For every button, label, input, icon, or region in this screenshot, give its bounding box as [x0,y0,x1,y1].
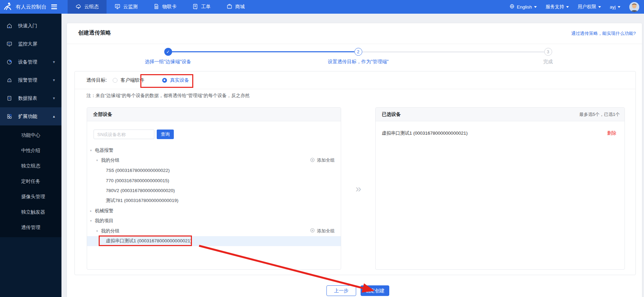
tree-expanded-icon[interactable]: ▾ [90,219,95,222]
hamburger-menu-icon[interactable] [51,4,57,9]
chevron-down-icon [618,6,620,8]
alarm-bell-icon [6,77,12,83]
selected-devices-panel: 已选设备 最多选5个，已选1个 虚拟串口测试1 (000316780000000… [375,107,625,270]
report-doc-icon [6,95,12,101]
permissions-label: 用户权限 [578,4,596,10]
note-text: 注：来自"边缘端"的每个设备的数据，都将透传给"管理端"的每个设备，反之亦然 [86,93,250,99]
search-button[interactable]: 查询 [157,130,174,139]
sidebar-subitem-6[interactable]: 独立触发器 [0,204,61,220]
tree-device-row[interactable]: 780V2 (00031678000000000020) [87,186,341,196]
add-whole-group-link[interactable]: 添加全组 [310,157,335,163]
tree-node-label: 7S5 (00031678000000000022) [106,168,170,173]
sidebar-subitem-4[interactable]: 定时任务 [0,174,61,189]
brand: 有人云控制台 [0,0,61,14]
tree-device-row[interactable]: 770 (00031678000000000015) [87,176,341,186]
plus-circle-icon [310,158,315,163]
selected-device-row: 虚拟串口测试1 (00031678000000000021)删除 [376,128,625,138]
search-input[interactable] [94,130,154,139]
nav-tabs: 云组态云监测物联卡工单商城 [68,0,253,14]
chevron-down-icon: ▼ [52,78,56,82]
main-card: 创建透传策略 通过透传策略，能实现什么功能? ✓选择一组"边缘端"设备2设置透传… [67,23,642,297]
nav-tab-5[interactable]: 商城 [219,0,253,14]
permissions-dropdown[interactable]: 用户权限 [578,4,601,10]
sidebar-subitem-3[interactable]: 独立组态 [0,158,61,174]
sidebar-item-6[interactable]: 扩展功能▲ [0,107,61,125]
step-label-2: 设置透传目标，作为"管理端" [328,59,389,65]
radio-real-device-label: 真实设备 [170,77,189,83]
tree-node-label: 我的分组 [101,228,120,234]
user-dropdown[interactable]: ayj [610,4,620,10]
tree-device-row[interactable]: 7S5 (00031678000000000022) [87,165,341,176]
nav-tab-label: 工单 [201,4,211,10]
previous-step-button[interactable]: 上一步 [326,285,356,296]
nav-tab-4[interactable]: 工单 [184,0,219,14]
tree-collapsed-icon[interactable]: ▸ [90,209,95,213]
tree-node-label: 770 (00031678000000000015) [106,178,169,183]
sidebar-subitem-7[interactable]: 透传管理 [0,220,61,235]
tree-node-label: 虚拟串口测试1 (00031678000000000021) [106,238,192,244]
globe-icon [509,4,515,10]
tree-group-row[interactable]: ▾我的分组添加全组 [87,226,341,236]
avatar[interactable] [629,2,639,12]
confirm-create-button[interactable]: 确定创建 [361,285,389,296]
sidebar-item-4[interactable]: 报警管理▼ [0,71,61,89]
all-devices-panel: 全部设备 查询 ▾电器报警▾我的分组添加全组7S5 (0003167800000… [87,107,341,270]
sidebar-item-label: 设备管理 [18,59,37,65]
tree-expanded-icon[interactable]: ▾ [90,149,95,152]
tree-group-row[interactable]: ▸机械报警 [87,206,341,216]
transfer-target-row: 透传目标: 客户端软件 真实设备 [75,71,635,89]
delete-link[interactable]: 删除 [607,130,616,136]
sidebar-item-5[interactable]: 数据报表▼ [0,89,61,107]
transfer-right-icon: » [351,183,366,194]
home-icon [6,23,12,29]
nav-tab-1[interactable]: 云组态 [68,0,107,14]
radio-client-software[interactable]: 客户端软件 [113,77,144,83]
add-whole-group-label: 添加全组 [317,157,335,163]
tree-node-label: 780V2 (00031678000000000020) [106,188,175,193]
step-line-done [172,51,354,52]
language-dropdown[interactable]: English [509,4,536,10]
chevron-up-icon: ▲ [52,114,56,118]
radio-client-software-label: 客户端软件 [121,77,144,83]
divider [67,44,642,44]
usr-person-logo-icon [3,2,12,12]
all-devices-header: 全部设备 [87,108,341,121]
tree-expanded-icon[interactable]: ▾ [96,159,101,162]
tree-device-row[interactable]: 虚拟串口测试1 (00031678000000000021) [87,236,341,246]
transfer-target-label: 透传目标: [86,77,107,83]
sidebar-subitem-1[interactable]: 功能中心 [0,127,61,143]
help-link[interactable]: 通过透传策略，能实现什么功能? [571,30,636,37]
nav-right: English 服务支持 用户权限 ayj [509,0,644,14]
selected-devices-header: 已选设备 最多选5个，已选1个 [376,108,625,121]
username-label: ayj [610,4,616,10]
sidebar-item-1[interactable]: 快速入门 [0,17,61,35]
sidebar-item-label: 监控大屏 [18,41,37,47]
tree-node-label: 机械报警 [95,208,113,214]
tree-group-row[interactable]: ▾我的分组添加全组 [87,156,341,166]
sidebar-subitem-5[interactable]: 摄像头管理 [0,189,61,204]
sidebar: 快速入门监控大屏设备管理▼报警管理▼数据报表▼扩展功能▲功能中心中性介绍独立组态… [0,14,61,297]
radio-real-device[interactable]: 真实设备 [162,77,189,83]
tree-expanded-icon[interactable]: ▾ [96,229,101,233]
all-devices-title: 全部设备 [93,111,112,118]
tree-group-row[interactable]: ▾电器报警 [87,145,341,156]
chevron-down-icon: ▼ [52,96,56,100]
nav-tab-2[interactable]: 云监测 [107,0,145,14]
support-dropdown[interactable]: 服务支持 [546,4,569,10]
add-whole-group-label: 添加全组 [317,228,335,234]
sim-card-icon [153,3,159,11]
radio-selected-icon [162,78,167,83]
chevron-down-icon [566,6,569,8]
tree-device-row[interactable]: 测试781 (00031678000000000019) [87,196,341,206]
nav-tab-3[interactable]: 物联卡 [145,0,184,14]
sidebar-subitem-2[interactable]: 中性介绍 [0,143,61,158]
tree-group-row[interactable]: ▾我的项目 [87,216,341,226]
work-order-icon [192,3,198,11]
step-label-1: 选择一组"边缘端"设备 [145,59,191,65]
nav-tab-label: 商城 [235,4,245,10]
sidebar-item-2[interactable]: 监控大屏 [0,35,61,53]
form-panel: 透传目标: 客户端软件 真实设备 注：来自"边缘端"的每个设备的数据，都将透传给… [74,71,636,275]
add-whole-group-link[interactable]: 添加全组 [310,228,335,234]
sidebar-item-3[interactable]: 设备管理▼ [0,53,61,71]
tree-node-label: 我的项目 [95,218,113,224]
